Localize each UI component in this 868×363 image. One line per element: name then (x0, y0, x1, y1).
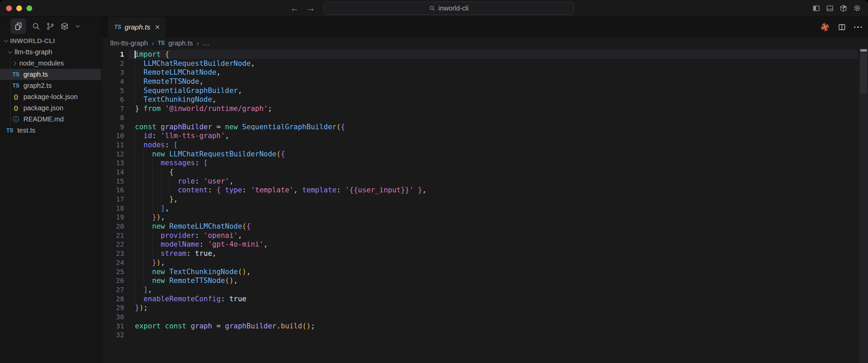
tree-item-package-lock.json[interactable]: {}package-lock.json (0, 91, 101, 102)
code-text[interactable]: ], (124, 285, 152, 294)
line-number: 26 (101, 276, 124, 285)
code-text[interactable] (124, 312, 135, 322)
code-text[interactable]: modelName: 'gpt-4o-mini', (124, 240, 268, 249)
tree-item-test.ts[interactable]: TStest.ts (0, 125, 101, 136)
code-text[interactable]: new TextChunkingNode(), (124, 267, 251, 276)
code-text[interactable]: }); (124, 303, 148, 312)
window-search[interactable]: inworld-cli (324, 2, 574, 15)
code-text[interactable]: id: 'llm-tts-graph', (124, 131, 229, 140)
file-tree: llm-tts-graphnode_modulesTSgraph.tsTSgra… (0, 46, 101, 136)
tree-item-label: package-lock.json (23, 93, 78, 101)
navigate-forward-button[interactable]: → (307, 3, 315, 14)
code-line-9: 9const graphBuilder = new SequentialGrap… (101, 122, 868, 132)
tree-item-label: graph.ts (23, 71, 48, 78)
code-line-31: 31export const graph = graphBuilder.buil… (101, 322, 868, 331)
sidebar: INWORLD-CLI llm-tts-graphnode_modulesTSg… (0, 17, 101, 363)
navigate-back-button[interactable]: ← (290, 3, 299, 14)
vscode-window: ← → inworld-cli (0, 0, 868, 363)
code-text[interactable]: { (124, 168, 174, 177)
code-text[interactable]: import { (124, 50, 169, 59)
line-number: 10 (101, 131, 124, 140)
breadcrumb-folder[interactable]: llm-tts-graph (110, 39, 148, 47)
breadcrumb-symbol-more[interactable]: … (203, 39, 210, 47)
close-window-button[interactable] (6, 5, 12, 11)
source-control-icon[interactable] (46, 22, 55, 31)
code-editor[interactable]: 1import {2 LLMChatRequestBuilderNode,3 R… (101, 49, 868, 363)
code-text[interactable]: new RemoteTTSNode(), (124, 276, 238, 285)
code-text[interactable]: export const graph = graphBuilder.build(… (124, 322, 315, 331)
tree-item-graph.ts[interactable]: TSgraph.ts (0, 69, 101, 80)
editor-scrollbar[interactable] (859, 49, 868, 363)
typescript-file-icon: TS (114, 24, 121, 30)
code-text[interactable]: enableRemoteConfig: true (124, 294, 246, 304)
code-line-19: 19 }), (101, 213, 868, 222)
code-text[interactable]: TextChunkingNode, (124, 95, 216, 104)
starburst-extension-icon[interactable] (820, 22, 830, 32)
layout-panel-icon[interactable] (826, 4, 834, 12)
code-text[interactable]: LLMChatRequestBuilderNode, (124, 59, 255, 68)
code-text[interactable]: const graphBuilder = new SequentialGraph… (124, 122, 345, 132)
cube-sidebar-icon[interactable] (60, 22, 69, 31)
code-text[interactable]: messages: [ (124, 158, 208, 168)
code-text[interactable]: new LLMChatRequestBuilderNode({ (124, 150, 285, 159)
split-editor-icon[interactable] (838, 23, 846, 31)
tab-label: graph.ts (124, 23, 150, 31)
code-text[interactable]: new RemoteLLMChatNode({ (124, 222, 251, 231)
tree-item-node_modules[interactable]: node_modules (0, 58, 101, 69)
tree-item-label: node_modules (19, 59, 64, 67)
code-text[interactable]: stream: true, (124, 249, 216, 258)
code-line-15: 15 role: 'user', (101, 177, 868, 186)
tree-item-graph2.ts[interactable]: TSgraph2.ts (0, 80, 101, 91)
close-tab-icon[interactable]: × (155, 23, 160, 31)
line-number: 13 (101, 158, 124, 168)
code-text[interactable] (124, 113, 135, 122)
code-text[interactable]: } from '@inworld/runtime/graph'; (124, 104, 272, 113)
line-number: 3 (101, 68, 124, 77)
code-text[interactable]: }, (124, 195, 178, 204)
line-number: 12 (101, 150, 124, 159)
code-text[interactable]: nodes: [ (124, 140, 178, 150)
code-text[interactable]: RemoteTTSNode, (124, 77, 203, 86)
line-number: 2 (101, 59, 124, 68)
minimize-window-button[interactable] (16, 5, 22, 11)
code-line-25: 25 new TextChunkingNode(), (101, 267, 868, 276)
code-text[interactable]: }), (124, 213, 165, 222)
line-number: 11 (101, 140, 124, 150)
layout-sidebar-icon[interactable] (812, 4, 820, 12)
explorer-icon[interactable] (11, 18, 26, 34)
cube-icon[interactable] (840, 4, 847, 12)
chevron-down-icon[interactable] (75, 23, 81, 29)
workspace-header[interactable]: INWORLD-CLI (0, 36, 101, 46)
line-number: 31 (101, 322, 124, 331)
more-actions-icon[interactable] (854, 26, 862, 28)
settings-gear-icon[interactable] (853, 4, 861, 12)
breadcrumb-file[interactable]: graph.ts (169, 39, 193, 47)
tree-item-llm-tts-graph[interactable]: llm-tts-graph (0, 46, 101, 58)
code-text[interactable]: RemoteLLMChatNode, (124, 68, 221, 77)
code-text[interactable]: ], (124, 204, 169, 213)
code-text[interactable] (124, 330, 135, 340)
code-line-12: 12 new LLMChatRequestBuilderNode({ (101, 150, 868, 159)
code-text[interactable]: SequentialGraphBuilder, (124, 86, 242, 95)
line-number: 16 (101, 186, 124, 195)
code-text[interactable]: content: { type: 'template', template: '… (124, 186, 427, 195)
line-number: 21 (101, 231, 124, 240)
tree-item-README.md[interactable]: ⓘREADME.md (0, 114, 101, 125)
code-line-17: 17 }, (101, 195, 868, 204)
code-text[interactable]: role: 'user', (124, 177, 234, 186)
tree-item-label: README.md (23, 115, 64, 123)
zoom-window-button[interactable] (26, 5, 32, 11)
code-line-8: 8 (101, 113, 868, 122)
tab-graph-ts[interactable]: TS graph.ts × (108, 17, 166, 38)
code-line-21: 21 provider: 'openai', (101, 231, 868, 240)
tree-item-package.json[interactable]: {}package.json (0, 102, 101, 114)
scrollbar-thumb[interactable] (860, 52, 867, 94)
code-text[interactable]: }), (124, 258, 165, 267)
breadcrumb[interactable]: llm-tts-graph › TS graph.ts › … (101, 38, 868, 49)
line-number: 27 (101, 285, 124, 294)
editor-area: TS graph.ts × (101, 17, 868, 363)
line-number: 18 (101, 204, 124, 213)
code-text[interactable]: provider: 'openai', (124, 231, 242, 240)
line-number: 24 (101, 258, 124, 267)
search-sidebar-icon[interactable] (32, 22, 40, 31)
